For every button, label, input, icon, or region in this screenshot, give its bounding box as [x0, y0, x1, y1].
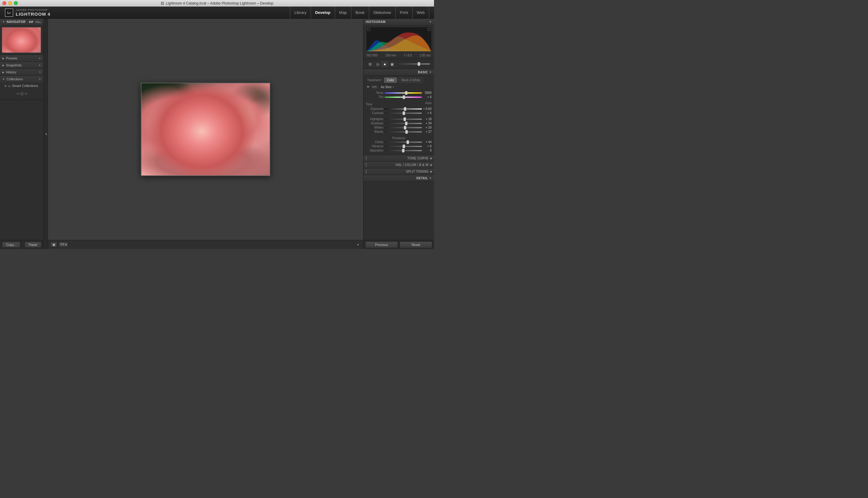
collections-label: Collections [6, 77, 37, 81]
wb-dropdown[interactable]: ▾ [393, 86, 394, 89]
zoom-fill[interactable]: FILL [35, 21, 42, 24]
snapshots-add-button[interactable]: + [39, 63, 41, 67]
saturation-value: 0 [423, 149, 432, 152]
nav-item-web[interactable]: Web [412, 6, 430, 19]
vibrance-track[interactable] [384, 146, 422, 147]
blacks-track[interactable] [384, 131, 422, 132]
zoom-fit[interactable]: FIT [29, 21, 34, 24]
previous-button[interactable]: Previous [365, 241, 398, 248]
temp-slider-row: Temp 5900 [366, 91, 432, 94]
presets-label: Presets [6, 56, 37, 60]
split-toning-section[interactable]: Split Toning ◀ [363, 168, 434, 175]
window-title: 🖼 Lightroom 4 Catalog.lrcat – Adobe Phot… [161, 1, 273, 5]
nav-item-slideshow[interactable]: Slideshow [369, 6, 396, 19]
histogram-clipping-left[interactable] [367, 28, 370, 31]
close-button[interactable] [2, 1, 6, 5]
highlights-track[interactable] [384, 119, 422, 120]
history-label: History [6, 70, 37, 74]
shadows-track[interactable] [384, 123, 422, 124]
whites-label: Whites [366, 126, 383, 129]
histogram-header[interactable]: Histogram ▼ [363, 19, 434, 25]
whites-track[interactable] [384, 127, 422, 128]
temp-value: 5900 [423, 91, 432, 94]
shadows-thumb[interactable] [405, 122, 407, 125]
nav-item-book[interactable]: Book [351, 6, 369, 19]
tone-curve-section[interactable]: Tone Curve ◀ [363, 155, 434, 162]
tint-track[interactable] [384, 96, 422, 98]
nav-item-map[interactable]: Map [335, 6, 351, 19]
vibrance-thumb[interactable] [403, 145, 405, 148]
smart-collections-item[interactable]: ▶ 🗂 Smart Collections [0, 83, 43, 89]
collections-add-button[interactable]: + [39, 77, 41, 81]
temp-track[interactable] [384, 92, 422, 94]
treatment-color-btn[interactable]: Color [384, 78, 397, 83]
wb-eyedropper[interactable]: ✒ [366, 84, 371, 89]
basic-header[interactable]: Basic ▼ [363, 69, 434, 76]
toolbar-down-arrow[interactable]: ▾ [355, 242, 361, 248]
temp-thumb[interactable] [405, 91, 407, 95]
exposure-value: + 0.60 [423, 107, 432, 110]
view-mode-button[interactable]: ▣ [50, 242, 57, 248]
saturation-thumb[interactable] [402, 149, 405, 153]
detail-header[interactable]: Detail ▼ [363, 175, 434, 182]
graduated-filter-tool[interactable]: ▣ [389, 61, 396, 67]
navigator-header[interactable]: ▼ Navigator FIT FILL 1:1 3:1 [0, 19, 43, 25]
contrast-value: + 6 [423, 112, 432, 115]
collections-header[interactable]: ▼ Collections + [0, 76, 43, 82]
left-collapse-arrow: ◀ [45, 132, 47, 135]
clarity-track[interactable] [384, 142, 422, 143]
nav-item-print[interactable]: Print [396, 6, 412, 19]
paste-button[interactable]: Paste [25, 242, 41, 248]
exposure-thumb[interactable] [404, 107, 406, 111]
snapshots-triangle: ▶ [2, 64, 4, 67]
reset-button[interactable]: Reset [399, 241, 432, 248]
saturation-track[interactable] [384, 150, 422, 151]
presets-add-button[interactable]: + [39, 56, 41, 60]
treatment-bw-btn[interactable]: Black & White [399, 78, 423, 83]
crop-tool[interactable]: ⊞ [366, 61, 374, 67]
clarity-thumb[interactable] [407, 140, 409, 144]
saturation-label: Saturation [366, 149, 383, 152]
auto-button[interactable]: Auto [425, 101, 432, 106]
navigator-title: Navigator [6, 20, 26, 24]
nav-items: Library Develop Map Book Slideshow Print… [290, 6, 429, 19]
exposure-track[interactable] [384, 108, 422, 109]
histogram-chart [366, 27, 431, 51]
flag-select[interactable]: YY ▾ [59, 242, 68, 248]
contrast-thumb[interactable] [403, 112, 405, 115]
main-area: ▣ YY ▾ ▾ [48, 19, 363, 249]
blacks-thumb[interactable] [405, 130, 408, 134]
spot-removal-tool[interactable]: ◎ [374, 61, 381, 67]
highlights-thumb[interactable] [404, 117, 406, 121]
contrast-track[interactable] [384, 113, 422, 114]
wb-value: As Shot [381, 86, 392, 89]
minimize-button[interactable] [8, 1, 12, 5]
whites-thumb[interactable] [404, 126, 406, 130]
right-bottom: Previous Reset [363, 240, 434, 249]
whites-slider-row: Whites + 20 [366, 126, 432, 129]
tool-slider-thumb[interactable] [418, 62, 420, 66]
maximize-button[interactable] [14, 1, 18, 5]
tint-thumb[interactable] [403, 95, 405, 99]
snapshots-header[interactable]: ▶ Snapshots + [0, 62, 43, 68]
nav-item-develop[interactable]: Develop [311, 6, 335, 19]
vibrance-value: + 6 [423, 145, 432, 148]
history-header[interactable]: ▶ History × [0, 69, 43, 76]
copy-button[interactable]: Copy... [2, 242, 20, 248]
red-eye-tool[interactable]: ● [381, 61, 389, 67]
topnav: Lr ADOBE PHOTOSHOP LIGHTROOM 4 Library D… [0, 6, 434, 19]
nav-zoom-buttons: FIT FILL 1:1 3:1 [27, 21, 44, 24]
hsl-label: HSL / Color / B & W [368, 163, 429, 167]
title-icon: 🖼 [161, 1, 164, 5]
tool-slider[interactable] [397, 63, 430, 65]
exposure-label: Exposure [366, 107, 383, 110]
hsl-section[interactable]: HSL / Color / B & W ◀ [363, 162, 434, 168]
histogram-clipping-right[interactable] [428, 28, 431, 31]
nav-item-library[interactable]: Library [290, 6, 311, 19]
meta-focal: 100 mm [385, 54, 396, 57]
presets-header[interactable]: ▶ Presets + [0, 55, 43, 62]
left-collapse-tab[interactable]: ◀ [44, 19, 48, 249]
histogram-triangle: ▼ [429, 21, 432, 23]
right-panel: Histogram ▼ [363, 19, 434, 249]
history-close-button[interactable]: × [39, 70, 41, 74]
